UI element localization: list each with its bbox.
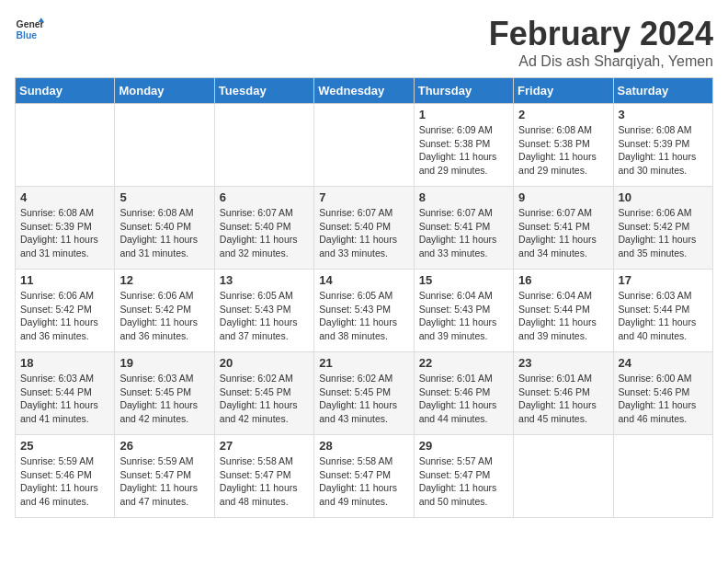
calendar-cell: 4Sunrise: 6:08 AM Sunset: 5:39 PM Daylig…: [16, 187, 115, 270]
day-number: 27: [220, 439, 309, 453]
header-thursday: Thursday: [414, 78, 513, 104]
day-number: 7: [319, 190, 408, 204]
logo: General Blue: [15, 15, 44, 44]
calendar-cell: 15Sunrise: 6:04 AM Sunset: 5:43 PM Dayli…: [414, 270, 513, 352]
header-friday: Friday: [514, 78, 613, 104]
calendar-cell: 22Sunrise: 6:01 AM Sunset: 5:46 PM Dayli…: [414, 352, 513, 435]
day-info: Sunrise: 6:02 AM Sunset: 5:45 PM Dayligh…: [220, 372, 309, 426]
calendar-cell: 2Sunrise: 6:08 AM Sunset: 5:38 PM Daylig…: [514, 104, 613, 187]
day-number: 11: [20, 273, 109, 287]
calendar-cell: 1Sunrise: 6:09 AM Sunset: 5:38 PM Daylig…: [414, 104, 513, 187]
day-number: 25: [20, 439, 109, 453]
calendar-cell: 13Sunrise: 6:05 AM Sunset: 5:43 PM Dayli…: [214, 270, 313, 352]
day-info: Sunrise: 6:07 AM Sunset: 5:41 PM Dayligh…: [518, 206, 608, 260]
day-number: 18: [20, 356, 109, 370]
day-number: 29: [419, 439, 508, 453]
day-info: Sunrise: 6:06 AM Sunset: 5:42 PM Dayligh…: [119, 289, 209, 343]
day-number: 28: [319, 439, 408, 453]
day-info: Sunrise: 5:59 AM Sunset: 5:46 PM Dayligh…: [20, 454, 109, 509]
calendar-cell: 24Sunrise: 6:00 AM Sunset: 5:46 PM Dayli…: [613, 352, 712, 435]
day-info: Sunrise: 6:04 AM Sunset: 5:44 PM Dayligh…: [518, 289, 608, 343]
calendar-week-4: 18Sunrise: 6:03 AM Sunset: 5:44 PM Dayli…: [16, 352, 713, 435]
calendar-cell: 21Sunrise: 6:02 AM Sunset: 5:45 PM Dayli…: [314, 352, 414, 435]
calendar-cell: 19Sunrise: 6:03 AM Sunset: 5:45 PM Dayli…: [115, 352, 214, 435]
calendar-week-2: 4Sunrise: 6:08 AM Sunset: 5:39 PM Daylig…: [16, 187, 713, 270]
calendar-cell: [314, 104, 414, 187]
day-number: 2: [518, 108, 608, 121]
calendar-cell: 28Sunrise: 5:58 AM Sunset: 5:47 PM Dayli…: [314, 435, 414, 518]
calendar-cell: 10Sunrise: 6:06 AM Sunset: 5:42 PM Dayli…: [613, 187, 712, 270]
calendar-week-3: 11Sunrise: 6:06 AM Sunset: 5:42 PM Dayli…: [16, 270, 713, 352]
day-info: Sunrise: 6:05 AM Sunset: 5:43 PM Dayligh…: [220, 289, 309, 343]
day-number: 26: [119, 439, 209, 453]
calendar-cell: [16, 104, 115, 187]
day-info: Sunrise: 6:00 AM Sunset: 5:46 PM Dayligh…: [619, 372, 708, 426]
day-number: 17: [619, 273, 708, 287]
calendar-cell: 7Sunrise: 6:07 AM Sunset: 5:40 PM Daylig…: [314, 187, 414, 270]
day-number: 12: [119, 273, 209, 287]
day-number: 8: [419, 190, 508, 204]
calendar-header: Sunday Monday Tuesday Wednesday Thursday…: [16, 78, 713, 104]
day-number: 4: [20, 190, 109, 204]
svg-text:Blue: Blue: [17, 30, 38, 40]
day-number: 16: [518, 273, 608, 287]
calendar-week-1: 1Sunrise: 6:09 AM Sunset: 5:38 PM Daylig…: [16, 104, 713, 187]
calendar-cell: 26Sunrise: 5:59 AM Sunset: 5:47 PM Dayli…: [115, 435, 214, 518]
day-info: Sunrise: 6:03 AM Sunset: 5:45 PM Dayligh…: [119, 372, 209, 426]
calendar-cell: 27Sunrise: 5:58 AM Sunset: 5:47 PM Dayli…: [214, 435, 313, 518]
day-number: 24: [619, 356, 708, 370]
calendar-cell: [613, 435, 712, 518]
day-number: 13: [220, 273, 309, 287]
calendar-cell: 9Sunrise: 6:07 AM Sunset: 5:41 PM Daylig…: [514, 187, 613, 270]
day-info: Sunrise: 6:03 AM Sunset: 5:44 PM Dayligh…: [20, 372, 109, 426]
calendar-cell: [214, 104, 313, 187]
calendar-cell: 6Sunrise: 6:07 AM Sunset: 5:40 PM Daylig…: [214, 187, 313, 270]
calendar-cell: 17Sunrise: 6:03 AM Sunset: 5:44 PM Dayli…: [613, 270, 712, 352]
calendar-week-5: 25Sunrise: 5:59 AM Sunset: 5:46 PM Dayli…: [16, 435, 713, 518]
day-info: Sunrise: 5:58 AM Sunset: 5:47 PM Dayligh…: [220, 454, 309, 509]
day-number: 21: [319, 356, 408, 370]
day-number: 19: [119, 356, 209, 370]
day-number: 20: [220, 356, 309, 370]
calendar-cell: 8Sunrise: 6:07 AM Sunset: 5:41 PM Daylig…: [414, 187, 513, 270]
calendar-cell: 16Sunrise: 6:04 AM Sunset: 5:44 PM Dayli…: [514, 270, 613, 352]
day-info: Sunrise: 5:59 AM Sunset: 5:47 PM Dayligh…: [119, 454, 209, 509]
header-tuesday: Tuesday: [214, 78, 313, 104]
day-info: Sunrise: 6:08 AM Sunset: 5:39 PM Dayligh…: [20, 206, 109, 260]
calendar-cell: 23Sunrise: 6:01 AM Sunset: 5:46 PM Dayli…: [514, 352, 613, 435]
title-block: February 2024 Ad Dis ash Sharqiyah, Yeme…: [489, 15, 713, 70]
calendar-cell: 11Sunrise: 6:06 AM Sunset: 5:42 PM Dayli…: [16, 270, 115, 352]
day-info: Sunrise: 5:57 AM Sunset: 5:47 PM Dayligh…: [419, 454, 508, 509]
page-header: General Blue February 2024 Ad Dis ash Sh…: [15, 15, 713, 70]
day-number: 15: [419, 273, 508, 287]
day-info: Sunrise: 6:06 AM Sunset: 5:42 PM Dayligh…: [619, 206, 708, 260]
calendar-cell: 18Sunrise: 6:03 AM Sunset: 5:44 PM Dayli…: [16, 352, 115, 435]
calendar-body: 1Sunrise: 6:09 AM Sunset: 5:38 PM Daylig…: [16, 104, 713, 518]
header-monday: Monday: [115, 78, 214, 104]
day-info: Sunrise: 5:58 AM Sunset: 5:47 PM Dayligh…: [319, 454, 408, 509]
calendar-cell: [115, 104, 214, 187]
calendar-cell: 20Sunrise: 6:02 AM Sunset: 5:45 PM Dayli…: [214, 352, 313, 435]
day-info: Sunrise: 6:04 AM Sunset: 5:43 PM Dayligh…: [419, 289, 508, 343]
page-title: February 2024: [489, 15, 713, 53]
day-info: Sunrise: 6:03 AM Sunset: 5:44 PM Dayligh…: [619, 289, 708, 343]
day-number: 23: [518, 356, 608, 370]
calendar-cell: 14Sunrise: 6:05 AM Sunset: 5:43 PM Dayli…: [314, 270, 414, 352]
day-number: 14: [319, 273, 408, 287]
day-number: 9: [518, 190, 608, 204]
day-info: Sunrise: 6:06 AM Sunset: 5:42 PM Dayligh…: [20, 289, 109, 343]
day-number: 1: [419, 108, 508, 121]
calendar-cell: [514, 435, 613, 518]
day-number: 3: [619, 108, 708, 121]
day-number: 5: [119, 190, 209, 204]
logo-icon: General Blue: [15, 15, 44, 44]
calendar-cell: 25Sunrise: 5:59 AM Sunset: 5:46 PM Dayli…: [16, 435, 115, 518]
day-info: Sunrise: 6:07 AM Sunset: 5:40 PM Dayligh…: [220, 206, 309, 260]
calendar-cell: 5Sunrise: 6:08 AM Sunset: 5:40 PM Daylig…: [115, 187, 214, 270]
calendar-cell: 29Sunrise: 5:57 AM Sunset: 5:47 PM Dayli…: [414, 435, 513, 518]
day-info: Sunrise: 6:08 AM Sunset: 5:38 PM Dayligh…: [518, 123, 608, 178]
calendar-cell: 12Sunrise: 6:06 AM Sunset: 5:42 PM Dayli…: [115, 270, 214, 352]
day-info: Sunrise: 6:02 AM Sunset: 5:45 PM Dayligh…: [319, 372, 408, 426]
header-sunday: Sunday: [16, 78, 115, 104]
day-number: 22: [419, 356, 508, 370]
